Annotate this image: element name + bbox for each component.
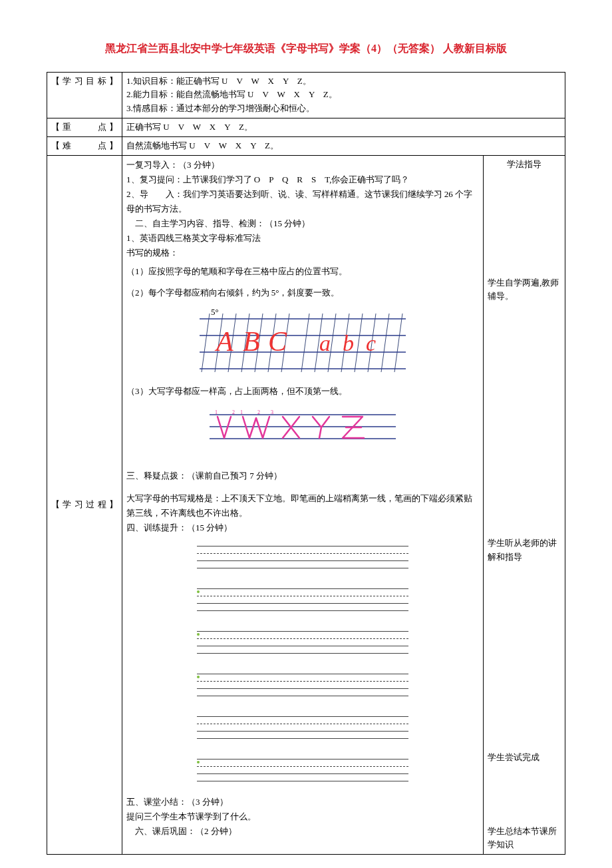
practice-block-3 <box>197 624 408 654</box>
guidance-header: 学法指导 <box>484 155 565 174</box>
guidance-column: 学生自学两遍,教师辅导。 学生听从老师的讲解和指导 学生尝试完成 学生总结本节课… <box>484 174 565 855</box>
section-1-line-2-lead: 2、导 入： <box>126 189 183 199</box>
section-1-title: 一复习导入：（3 分钟） <box>126 158 479 172</box>
section-6-title: 六、课后巩固：（2 分钟） <box>126 824 479 839</box>
section-1-line-2: 2、导 入：我们学习英语要达到听、说、读、写样样精通。这节课我们继续学习 26 … <box>126 187 479 216</box>
cell-difficult-point: 自然流畅地书写 U V W X Y Z。 <box>122 136 565 155</box>
lesson-plan-table: 【学习目标】 1.知识目标：能正确书写 U V W X Y Z。 2.能力目标：… <box>47 72 565 855</box>
guidance-1: 学生自学两遍,教师辅导。 <box>488 276 561 304</box>
guidance-2: 学生听从老师的讲解和指导 <box>488 537 561 564</box>
cell-key-point: 正确书写 U V W X Y Z。 <box>122 118 565 136</box>
letter-c-low: c <box>366 331 376 355</box>
section-5-body: 提问三个学生本节课学到了什么。 <box>126 809 479 824</box>
section-5-title: 五、课堂小结：（3 分钟） <box>126 795 479 809</box>
practice-block-1 <box>197 539 408 568</box>
letter-b-low: b <box>343 331 354 355</box>
goal-3: 3.情感目标：通过本部分的学习增强耐心和恒心。 <box>126 102 561 116</box>
letter-c-cap: C <box>268 326 287 357</box>
section-1-line-1: 1、复习提问：上节课我们学习了 O P Q R S T,你会正确书写了吗？ <box>126 172 479 187</box>
goal-2: 2.能力目标：能自然流畅地书写 U V W X Y Z。 <box>126 88 561 102</box>
svg-text:1: 1 <box>215 409 218 415</box>
five-degree-label: 5° <box>211 307 219 317</box>
goal-1: 1.知识目标：能正确书写 U V W X Y Z。 <box>126 75 561 89</box>
cell-learning-process-content: 一复习导入：（3 分钟） 1、复习提问：上节课我们学习了 O P Q R S T… <box>122 155 484 855</box>
svg-text:3: 3 <box>271 409 273 415</box>
page-title: 黑龙江省兰西县北安中学七年级英语《字母书写》学案（4）（无答案） 人教新目标版 <box>47 40 565 57</box>
section-2-title: 二、自主学习内容、指导、检测：（15 分钟） <box>126 216 479 231</box>
svg-line-0 <box>202 314 210 372</box>
section-3-title: 三、释疑点拨：（课前自己预习 7 分钟） <box>126 469 479 483</box>
letter-b-cap: B <box>243 326 260 357</box>
label-learning-goals: 【学习目标】 <box>47 72 122 118</box>
label-difficult-point: 【难 点】 <box>47 136 122 155</box>
handwriting-vwxyz-diagram: 12 123 <box>203 405 402 451</box>
section-4-title: 四、训练提升：（15 分钟） <box>126 521 479 535</box>
rule-3: （3）大写字母都应一样高，占上面两格，但不顶第一线。 <box>126 384 479 399</box>
cell-learning-goals: 1.知识目标：能正确书写 U V W X Y Z。 2.能力目标：能自然流畅地书… <box>122 72 565 118</box>
svg-text:1: 1 <box>240 409 243 415</box>
practice-lines-area <box>197 539 408 781</box>
practice-block-4 <box>197 667 408 696</box>
label-learning-process: 【学习过程】 <box>47 155 122 855</box>
practice-block-2 <box>197 582 408 611</box>
letter-a-cap: A <box>214 326 233 357</box>
section-2-line-1: 1、英语四线三格英文字母标准写法 <box>126 231 479 246</box>
label-key-point: 【重 点】 <box>47 118 122 136</box>
section-2-line-2: 书写的规格： <box>126 246 479 260</box>
svg-line-11 <box>355 314 363 372</box>
svg-text:2: 2 <box>232 409 235 415</box>
section-3-body: 大写字母的书写规格是：上不顶天下立地。即笔画的上端稍离第一线，笔画的下端必须紧贴… <box>126 491 479 521</box>
handwriting-grid-abc-diagram: 5° A B C a b c <box>196 306 409 379</box>
practice-block-5 <box>197 710 408 739</box>
svg-line-14 <box>394 314 402 372</box>
svg-line-7 <box>301 314 309 372</box>
letter-a-low: a <box>319 331 331 355</box>
svg-text:2: 2 <box>257 409 260 415</box>
rule-1: （1）应按照字母的笔顺和字母在三格中应占的位置书写。 <box>126 264 479 279</box>
practice-block-6 <box>197 752 408 781</box>
guidance-3: 学生尝试完成 <box>488 751 561 765</box>
rule-2: （2）每个字母都应稍向右倾斜，约为 5°，斜度要一致。 <box>126 286 479 300</box>
svg-line-13 <box>381 314 389 372</box>
guidance-4: 学生总结本节课所学知识 <box>488 825 561 853</box>
